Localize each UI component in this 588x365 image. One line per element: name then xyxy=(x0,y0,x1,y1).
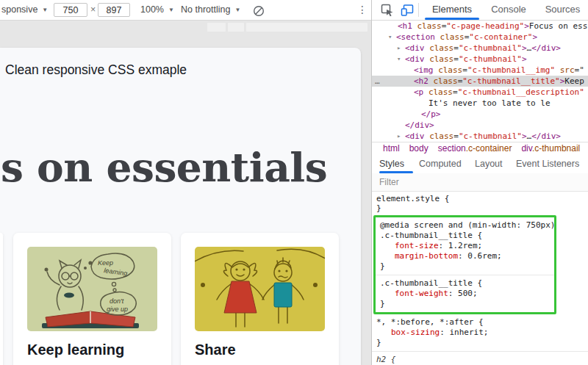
inspect-element-icon[interactable] xyxy=(381,4,394,17)
page-heading: s on essentials xyxy=(1,143,327,191)
tab-computed[interactable]: Computed xyxy=(419,155,462,173)
code-segment: <h2 xyxy=(414,76,434,86)
styles-filter-input[interactable] xyxy=(378,176,579,188)
code-segment: > xyxy=(522,131,527,141)
tree-row[interactable]: …<h2 class="c-thumbnail__title">Keep xyxy=(372,76,588,87)
tree-row[interactable]: It's never too late to le xyxy=(372,98,588,109)
chevron-down-icon: ▼ xyxy=(168,7,174,13)
overflow-gutter: … xyxy=(375,76,380,87)
css-selector[interactable]: element.style { xyxy=(376,194,588,203)
tab-elements[interactable]: Elements xyxy=(425,0,479,19)
code-segment: =" xyxy=(575,65,584,75)
code-segment: "c-page-heading" xyxy=(446,21,524,31)
tree-row[interactable]: ▸<div class="c-thumbnail">…</div> xyxy=(372,43,588,54)
code-segment: Keep xyxy=(564,76,584,86)
css-selector[interactable]: h2 { xyxy=(376,355,588,365)
code-segment: class xyxy=(429,54,453,64)
tab-layout[interactable]: Layout xyxy=(475,155,503,173)
code-segment: = xyxy=(462,65,467,75)
media-query[interactable]: @media screen and (min-width: 750px) xyxy=(380,220,554,231)
twisty-icon[interactable]: ▸ xyxy=(397,131,401,142)
code-segment: "c-thumbnail" xyxy=(459,131,522,141)
media-query-bar[interactable] xyxy=(228,23,244,32)
tab-n[interactable]: N xyxy=(584,0,588,19)
more-options-icon[interactable]: ⋮ xyxy=(357,0,368,20)
viewport-width-input[interactable] xyxy=(54,3,87,17)
tree-row[interactable]: </div> xyxy=(372,120,588,131)
tab-event-listeners[interactable]: Event Listeners xyxy=(516,155,579,173)
elements-tree: <h1 class="c-page-heading">Focus on ess▾… xyxy=(372,21,588,142)
css-selector[interactable]: *, *:before, *:after { xyxy=(376,317,588,328)
tree-row[interactable]: <p class="c-thumbnail__description" xyxy=(372,87,588,98)
code-segment: class xyxy=(440,32,465,42)
cat-reading-book-image: Keep learning don't give up xyxy=(27,247,157,331)
active-tab-underline xyxy=(425,18,479,20)
code-segment: "c-thumbnail" xyxy=(459,43,522,53)
breadcrumb-item-section[interactable]: section.c-container xyxy=(438,143,512,153)
throttling-select[interactable]: No throttling▼ xyxy=(181,0,240,20)
toggle-device-toolbar-icon[interactable] xyxy=(401,4,414,17)
tree-row[interactable]: ▾<div class="c-thumbnail"> xyxy=(372,54,588,65)
property-name: box-sizing xyxy=(391,328,440,337)
css-property[interactable]: margin-bottom: 0.6rem; xyxy=(380,251,554,261)
code-segment: </div> xyxy=(531,131,561,141)
closing-brace: } xyxy=(376,338,588,348)
tree-row[interactable]: ▾<section class="c-container"> xyxy=(372,32,588,43)
closing-brace: } xyxy=(380,299,554,309)
property-name: margin-bottom xyxy=(395,251,458,261)
property-name: font-size xyxy=(395,241,439,250)
chevron-down-icon: ▼ xyxy=(42,7,48,13)
card-keep-learning[interactable]: Keep learning don't give up Keep learnin… xyxy=(13,233,171,365)
device-type-select[interactable]: sponsive▼ xyxy=(1,0,48,20)
tree-row[interactable]: <img class="c-thumbnail__img" src=" xyxy=(372,65,588,76)
css-property[interactable]: box-sizing: inherit; xyxy=(376,328,588,338)
code-segment: class xyxy=(417,21,442,31)
twisty-icon[interactable]: ▾ xyxy=(397,54,401,65)
breadcrumb-item-body[interactable]: body xyxy=(409,143,429,153)
closing-brace: } xyxy=(376,203,588,213)
code-segment: src xyxy=(560,65,575,75)
code-segment: class xyxy=(429,131,453,141)
highlight-box: @media screen and (min-width: 750px).c-t… xyxy=(373,215,556,314)
media-query-bar[interactable] xyxy=(207,23,226,32)
crumb-class: .c-thumbnail xyxy=(532,143,580,153)
code-segment: <div xyxy=(405,131,429,141)
tab-styles[interactable]: Styles xyxy=(379,155,404,173)
site-title[interactable]: Clean responsive CSS exmaple xyxy=(5,62,187,78)
code-segment: "c-thumbnail" xyxy=(459,54,522,64)
media-query-bar[interactable] xyxy=(246,23,368,32)
code-segment: > xyxy=(524,21,529,31)
code-segment: <img xyxy=(414,65,438,75)
twisty-icon[interactable]: ▾ xyxy=(388,32,392,43)
code-segment: = xyxy=(453,43,459,53)
tab-sources[interactable]: Sources xyxy=(537,0,588,19)
zoom-select[interactable]: 100%▼ xyxy=(140,0,174,20)
breadcrumb-item-div[interactable]: div.c-thumbnail xyxy=(521,143,580,153)
code-segment: </div> xyxy=(531,43,561,53)
viewport-height-input[interactable] xyxy=(98,3,130,17)
emulated-page: Clean responsive CSS exmaple s on essent… xyxy=(0,48,361,365)
partial-card[interactable] xyxy=(0,233,3,365)
css-selector[interactable]: .c-thumbnail__title { xyxy=(380,231,554,241)
code-segment: </div> xyxy=(405,120,434,130)
code-segment: "c-thumbnail__description" xyxy=(458,87,584,97)
card-share[interactable]: Share xyxy=(181,233,339,365)
tree-row[interactable]: ▸<div class="c-thumbnail">…</div> xyxy=(372,131,588,142)
css-property[interactable]: font-size: 1.2rem; xyxy=(380,241,554,251)
tree-row[interactable]: <h1 class="c-page-heading">Focus on ess xyxy=(372,21,588,32)
css-property[interactable]: font-weight: 500; xyxy=(380,289,554,299)
twisty-icon[interactable]: ▸ xyxy=(397,43,401,54)
rotate-viewport-icon[interactable] xyxy=(253,4,265,16)
code-segment: <h1 xyxy=(398,21,417,31)
tree-row[interactable]: </p> xyxy=(372,109,588,120)
device-emulation-area: sponsive▼ × 100%▼ No throttling▼ ⋮ xyxy=(0,0,371,365)
css-selector[interactable]: .c-thumbnail__title { xyxy=(380,278,554,289)
tab-console[interactable]: Console xyxy=(484,0,534,19)
breadcrumb-item-html[interactable]: html xyxy=(383,143,400,153)
styles-filter-bar xyxy=(372,173,588,192)
code-segment: It's never too late to le xyxy=(429,98,551,108)
device-toolbar: sponsive▼ × 100%▼ No throttling▼ ⋮ xyxy=(0,0,371,21)
code-segment: class xyxy=(434,76,458,86)
code-segment: > xyxy=(522,43,527,53)
bubble-text: give up xyxy=(107,306,128,313)
